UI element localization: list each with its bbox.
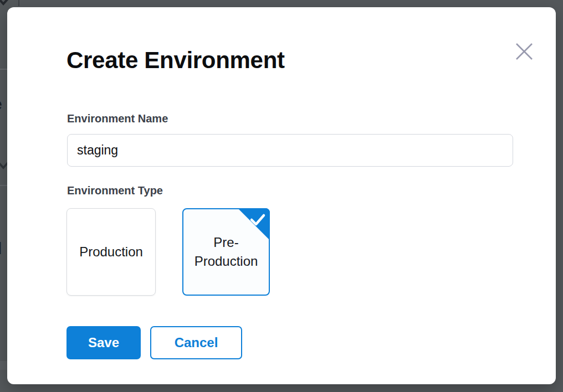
- environment-type-label: Environment Type: [67, 184, 163, 197]
- backdrop-divider-vertical: [18, 0, 19, 6]
- environment-type-option-production[interactable]: Production: [66, 208, 156, 296]
- backdrop-text-fragment: e: [0, 95, 2, 114]
- create-environment-modal: Create Environment Environment Name Envi…: [7, 7, 556, 384]
- chevron-down-icon: [0, 0, 11, 7]
- check-icon: [249, 213, 266, 227]
- close-button[interactable]: [511, 38, 538, 65]
- environment-name-label: Environment Name: [67, 112, 168, 125]
- save-button[interactable]: Save: [66, 326, 141, 359]
- backdrop-divider: [0, 69, 7, 70]
- backdrop-divider: [0, 185, 7, 186]
- backdrop-highlight: [0, 361, 7, 370]
- close-icon: [514, 42, 534, 61]
- environment-name-input[interactable]: [67, 134, 513, 167]
- cancel-button[interactable]: Cancel: [150, 326, 242, 359]
- environment-type-option-pre-production[interactable]: Pre-Production: [182, 208, 270, 296]
- environment-type-option-label: Production: [79, 243, 143, 261]
- screen: e d Create Environment Environment Name …: [0, 0, 563, 392]
- backdrop-text-fragment: d: [0, 239, 2, 258]
- environment-type-option-label: Pre-Production: [188, 233, 264, 271]
- modal-title: Create Environment: [66, 46, 285, 75]
